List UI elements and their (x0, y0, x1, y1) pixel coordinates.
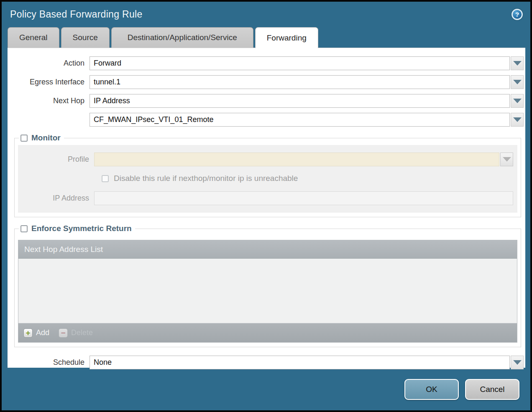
next-hop-address-row: CF_MWAN_IPsec_VTI_01_Remote (8, 113, 524, 127)
minus-icon: − (59, 328, 68, 338)
next-hop-address-dropdown-button[interactable] (511, 113, 524, 127)
chevron-down-icon (513, 80, 522, 84)
enforce-symmetric-return-legend: Enforce Symmetric Return (19, 224, 135, 233)
next-hop-address-list-header[interactable]: Next Hop Address List (18, 240, 517, 259)
enforce-symmetric-return-fieldset: Enforce Symmetric Return Next Hop Addres… (14, 224, 521, 347)
monitor-ip-address-row: IP Address (18, 191, 513, 205)
chevron-down-icon (503, 157, 511, 162)
profile-row: Profile (18, 153, 513, 166)
tab-general[interactable]: General (8, 27, 59, 48)
tab-forwarding[interactable]: Forwarding (255, 27, 318, 48)
next-hop-address-list-toolbar: + Add − Delete (18, 323, 517, 342)
dialog-titlebar: Policy Based Forwarding Rule ? (2, 2, 530, 27)
forwarding-tab-panel: Action Forward Egress Interface tunnel.1… (8, 48, 525, 368)
action-row: Action Forward (8, 56, 524, 70)
plus-icon: + (23, 328, 33, 338)
disable-rule-label: Disable this rule if nexthop/monitor ip … (114, 174, 298, 183)
next-hop-row: Next Hop IP Address (8, 94, 524, 108)
chevron-down-icon (513, 360, 522, 365)
next-hop-label: Next Hop (8, 97, 90, 105)
dialog-title: Policy Based Forwarding Rule (10, 9, 143, 20)
add-button-label: Add (36, 328, 49, 337)
profile-label: Profile (18, 155, 94, 164)
monitor-fieldset: Monitor Profile Disable this rule if nex… (14, 133, 521, 217)
schedule-label: Schedule (8, 358, 90, 367)
egress-interface-row: Egress Interface tunnel.1 (8, 75, 524, 89)
action-label: Action (8, 59, 90, 68)
disable-rule-row: Disable this rule if nexthop/monitor ip … (102, 174, 513, 183)
schedule-dropdown-button[interactable] (511, 356, 524, 369)
tab-source[interactable]: Source (61, 27, 110, 48)
egress-interface-label: Egress Interface (8, 78, 90, 86)
action-dropdown-button[interactable] (511, 56, 524, 70)
next-hop-address-list-body[interactable] (18, 259, 517, 323)
enforce-symmetric-return-legend-label: Enforce Symmetric Return (31, 224, 132, 233)
help-icon[interactable]: ? (512, 9, 523, 20)
next-hop-address-select[interactable]: CF_MWAN_IPsec_VTI_01_Remote (90, 113, 510, 127)
dialog-footer: OK Cancel (2, 368, 530, 400)
enforce-symmetric-return-checkbox[interactable] (20, 225, 28, 232)
delete-button[interactable]: − Delete (59, 328, 93, 338)
delete-button-label: Delete (71, 328, 93, 337)
schedule-row: Schedule None (8, 356, 524, 369)
cancel-button[interactable]: Cancel (465, 379, 519, 400)
egress-interface-select[interactable]: tunnel.1 (90, 75, 510, 89)
ok-button[interactable]: OK (404, 379, 459, 400)
chevron-down-icon (513, 117, 522, 122)
egress-interface-dropdown-button[interactable] (511, 75, 524, 89)
add-button[interactable]: + Add (23, 328, 49, 338)
next-hop-address-list-table: Next Hop Address List + Add − Delete (18, 240, 517, 343)
monitor-disabled-area: Profile Disable this rule if nexthop/mon… (18, 145, 517, 213)
schedule-select[interactable]: None (90, 356, 510, 369)
chevron-down-icon (513, 61, 522, 66)
profile-select (94, 153, 499, 166)
monitor-legend-label: Monitor (31, 133, 61, 142)
action-select[interactable]: Forward (90, 56, 510, 70)
monitor-legend: Monitor (19, 133, 64, 142)
tab-destination-application-service[interactable]: Destination/Application/Service (111, 27, 253, 48)
monitor-checkbox[interactable] (20, 135, 28, 142)
tab-strip: General Source Destination/Application/S… (2, 27, 530, 48)
chevron-down-icon (513, 99, 522, 103)
profile-dropdown-button (500, 153, 513, 166)
policy-based-forwarding-dialog: Policy Based Forwarding Rule ? General S… (0, 0, 532, 412)
disable-rule-checkbox (102, 175, 109, 182)
monitor-ip-address-label: IP Address (18, 194, 94, 203)
next-hop-type-select[interactable]: IP Address (90, 94, 510, 108)
monitor-ip-address-input (94, 191, 513, 205)
next-hop-dropdown-button[interactable] (511, 94, 524, 108)
